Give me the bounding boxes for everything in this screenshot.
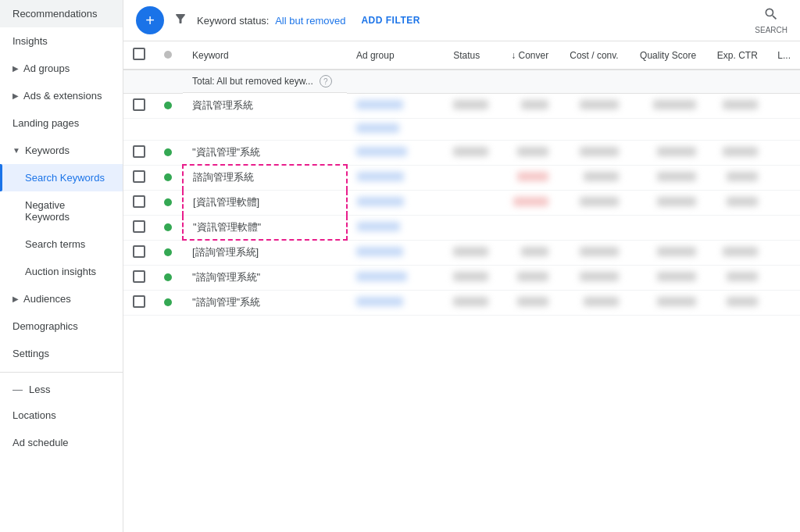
row-checkbox[interactable] — [133, 295, 145, 308]
row-checkbox[interactable] — [133, 145, 145, 158]
sidebar-item-audiences[interactable]: ▶ Audiences — [0, 285, 123, 312]
row-exp-ctr — [705, 165, 767, 190]
sidebar-item-auction-insights[interactable]: Auction insights — [0, 258, 123, 285]
row-checkbox-cell[interactable] — [123, 215, 155, 240]
total-cost — [558, 70, 628, 93]
row-conversions — [500, 265, 559, 290]
col-exp-ctr[interactable]: Exp. CTR — [705, 41, 767, 70]
col-conversions[interactable]: ↓ Conver — [500, 41, 559, 70]
sidebar-item-landing-pages[interactable]: Landing pages — [0, 109, 123, 137]
row-quality-score — [628, 215, 705, 240]
sidebar-item-demographics[interactable]: Demographics — [0, 312, 123, 340]
row-checkbox[interactable] — [133, 245, 145, 258]
help-icon[interactable]: ? — [320, 75, 332, 87]
status-dot — [164, 173, 172, 181]
row-checkbox-cell[interactable] — [123, 140, 155, 165]
row-cost-conv — [558, 215, 628, 240]
sidebar-item-settings[interactable]: Settings — [0, 340, 123, 367]
search-button[interactable]: SEARCH — [755, 6, 788, 34]
row-status-dot-cell — [155, 190, 183, 215]
row-exp-ctr — [705, 240, 767, 265]
row-quality-score — [628, 290, 705, 315]
sidebar-item-label: Ad schedule — [12, 437, 69, 448]
sidebar-item-label: Keywords — [25, 145, 70, 156]
table-row: 資訊管理系統 — [123, 93, 800, 118]
table-body: Total: All but removed keyw... ? 資訊管理系統"… — [123, 70, 800, 315]
sidebar-item-label: Search Keywords — [25, 172, 105, 184]
col-status-dot — [155, 41, 183, 70]
row-status-col — [444, 240, 499, 265]
keyword-table: Keyword Ad group Status ↓ Conver Cost / … — [123, 41, 800, 316]
col-adgroup[interactable]: Ad group — [347, 41, 444, 70]
sidebar-item-recommendations[interactable]: Recommendations — [0, 0, 123, 27]
row-checkbox-cell[interactable] — [123, 118, 155, 140]
row-keyword[interactable]: 資訊管理系統 — [183, 93, 347, 118]
col-checkbox[interactable] — [123, 41, 155, 70]
filter-icon[interactable] — [173, 12, 188, 29]
row-status-dot-cell — [155, 240, 183, 265]
sidebar-item-keywords[interactable]: ▼ Keywords — [0, 137, 123, 164]
sidebar-item-locations[interactable]: Locations — [0, 402, 123, 429]
col-cost-conv[interactable]: Cost / conv. — [558, 41, 628, 70]
row-checkbox[interactable] — [133, 98, 145, 111]
row-status-col — [444, 215, 499, 240]
col-last[interactable]: L... — [767, 41, 800, 70]
sidebar-item-search-keywords[interactable]: Search Keywords — [0, 164, 123, 191]
sidebar-item-search-terms[interactable]: Search terms — [0, 230, 123, 258]
row-checkbox-cell[interactable] — [123, 93, 155, 118]
row-checkbox-cell[interactable] — [123, 240, 155, 265]
keyword-table-container[interactable]: Keyword Ad group Status ↓ Conver Cost / … — [123, 41, 800, 532]
col-quality-score[interactable]: Quality Score — [628, 41, 705, 70]
sidebar-item-ad-schedule[interactable]: Ad schedule — [0, 429, 123, 456]
row-last-col — [767, 165, 800, 190]
row-keyword[interactable]: "諮詢管理"系統 — [183, 290, 347, 315]
col-status[interactable]: Status — [444, 41, 499, 70]
chevron-down-icon: ▼ — [12, 146, 20, 155]
status-dot — [164, 223, 172, 231]
sidebar-item-label: Insights — [12, 35, 48, 47]
row-keyword[interactable]: "資訊管理軟體" — [183, 215, 347, 240]
row-last-col — [767, 265, 800, 290]
sidebar-item-label: Recommendations — [12, 8, 97, 20]
row-checkbox[interactable] — [133, 170, 145, 183]
row-status-dot-cell — [155, 165, 183, 190]
sidebar-item-insights[interactable]: Insights — [0, 27, 123, 55]
row-last-col — [767, 290, 800, 315]
row-keyword[interactable] — [183, 118, 347, 140]
total-row: Total: All but removed keyw... ? — [123, 70, 800, 93]
sidebar-divider — [0, 372, 123, 373]
row-checkbox-cell[interactable] — [123, 165, 155, 190]
table-row: [資訊管理軟體] — [123, 190, 800, 215]
row-conversions — [500, 118, 559, 140]
status-dot — [164, 102, 172, 109]
row-keyword[interactable]: "資訊管理"系統 — [183, 140, 347, 165]
status-dot — [164, 273, 172, 281]
sidebar-item-ad-groups[interactable]: ▶ Ad groups — [0, 55, 123, 82]
minus-icon: — — [12, 384, 23, 395]
sidebar-item-label: Ads & extensions — [23, 90, 102, 102]
row-keyword[interactable]: [諮詢管理系統] — [183, 240, 347, 265]
row-quality-score — [628, 165, 705, 190]
add-button[interactable]: + — [136, 6, 164, 34]
row-cost-conv — [558, 140, 628, 165]
row-checkbox-cell[interactable] — [123, 290, 155, 315]
row-checkbox[interactable] — [133, 220, 145, 233]
header-checkbox[interactable] — [133, 48, 145, 60]
row-keyword[interactable]: 諮詢管理系統 — [183, 165, 347, 190]
table-header-row: Keyword Ad group Status ↓ Conver Cost / … — [123, 41, 800, 70]
sidebar-less-toggle[interactable]: — Less — [0, 377, 123, 402]
sidebar-item-ads-extensions[interactable]: ▶ Ads & extensions — [0, 82, 123, 109]
row-last-col — [767, 240, 800, 265]
row-checkbox-cell[interactable] — [123, 265, 155, 290]
col-keyword[interactable]: Keyword — [183, 41, 347, 70]
table-row: "諮詢管理"系統 — [123, 290, 800, 315]
row-keyword[interactable]: [資訊管理軟體] — [183, 190, 347, 215]
row-checkbox[interactable] — [133, 195, 145, 208]
add-filter-button[interactable]: ADD FILTER — [355, 12, 426, 29]
row-exp-ctr — [705, 215, 767, 240]
sidebar-item-negative-keywords[interactable]: Negative Keywords — [0, 191, 123, 230]
row-checkbox-cell[interactable] — [123, 190, 155, 215]
row-checkbox[interactable] — [133, 270, 145, 283]
row-keyword[interactable]: "諮詢管理系統" — [183, 265, 347, 290]
total-qs — [628, 70, 705, 93]
